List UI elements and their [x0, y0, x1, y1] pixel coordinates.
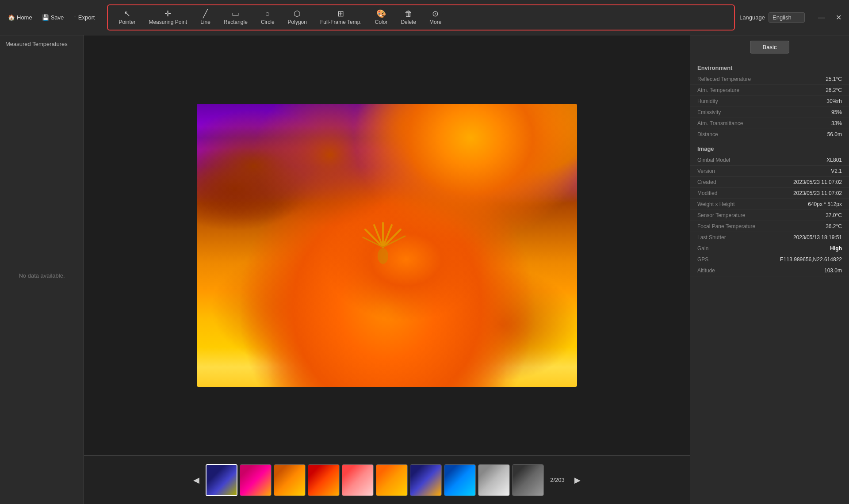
- close-button[interactable]: ✕: [832, 11, 845, 24]
- fullframe-label: Full-Frame Temp.: [320, 19, 362, 25]
- pointer-label: Pointer: [119, 19, 135, 25]
- gimbal-model-value: XL801: [826, 157, 842, 163]
- gimbal-model-row: Gimbal Model XL801: [690, 155, 849, 166]
- atm-transmittance-row: Atm. Transmittance 33%: [690, 118, 849, 129]
- thumbnails-area: ◀: [84, 455, 690, 504]
- color-icon: 🎨: [376, 10, 386, 18]
- export-icon: ↑: [73, 14, 76, 21]
- left-panel: Measured Temperatures No data available.: [0, 35, 84, 504]
- distance-label: Distance: [697, 131, 718, 137]
- modified-value: 2023/05/23 11:07:02: [793, 190, 842, 196]
- language-label: Language: [739, 14, 765, 21]
- thumbnail-10[interactable]: [512, 464, 544, 496]
- weight-height-row: Weight x Height 640px * 512px: [690, 199, 849, 210]
- modified-label: Modified: [697, 190, 717, 196]
- export-button[interactable]: ↑ Export: [70, 12, 98, 23]
- measuring-point-tool[interactable]: ✛ Measuring Point: [142, 7, 193, 28]
- save-button[interactable]: 💾 Save: [38, 12, 68, 23]
- thumbnail-2[interactable]: [240, 464, 272, 496]
- gps-label: GPS: [697, 256, 708, 263]
- polygon-icon: ⬡: [294, 10, 301, 18]
- altitude-row: Altitude 103.0m: [690, 265, 849, 276]
- gain-label: Gain: [697, 245, 708, 252]
- atm-temp-row: Atm. Temperature 26.2°C: [690, 85, 849, 96]
- color-tool[interactable]: 🎨 Color: [369, 7, 394, 28]
- altitude-value: 103.0m: [824, 267, 842, 274]
- thumbnail-9[interactable]: [478, 464, 510, 496]
- thumbnail-6[interactable]: [376, 464, 408, 496]
- svg-point-0: [378, 248, 388, 264]
- weight-height-value: 640px * 512px: [808, 201, 842, 207]
- version-row: Version V2.1: [690, 166, 849, 177]
- thumbnail-3[interactable]: [274, 464, 306, 496]
- gps-value: E113.989656,N22.614822: [780, 256, 842, 263]
- page-indicator: 2/203: [550, 477, 565, 483]
- circle-tool[interactable]: ○ Circle: [255, 7, 281, 28]
- gps-row: GPS E113.989656,N22.614822: [690, 254, 849, 265]
- thumbnail-7[interactable]: [410, 464, 442, 496]
- save-label: Save: [51, 14, 64, 21]
- emissivity-value: 95%: [831, 109, 842, 115]
- humidity-label: Humidity: [697, 98, 718, 104]
- environment-section-title: Environment: [690, 59, 849, 74]
- thumbnail-strip: [206, 464, 544, 496]
- thumbnail-4[interactable]: [308, 464, 340, 496]
- sensor-temp-row: Sensor Temperature 37.0°C: [690, 210, 849, 221]
- window-controls: — ✕: [815, 11, 845, 24]
- reflected-temp-value: 25.1°C: [826, 76, 842, 82]
- thermal-image: data-name="thermal-canvas" data-interact…: [197, 104, 577, 387]
- image-section-title: Image: [690, 140, 849, 155]
- more-icon: ⊙: [432, 10, 439, 18]
- atm-temp-value: 26.2°C: [826, 87, 842, 93]
- delete-icon: 🗑: [405, 10, 413, 18]
- export-label: Export: [78, 14, 95, 21]
- language-area: Language English Chinese — ✕: [739, 11, 845, 24]
- pointer-tool[interactable]: ↖ Pointer: [112, 7, 142, 28]
- weight-height-label: Weight x Height: [697, 201, 735, 207]
- thumb-prev-button[interactable]: ◀: [190, 473, 203, 487]
- rectangle-tool[interactable]: ▭ Rectangle: [218, 7, 254, 28]
- home-label: Home: [17, 14, 32, 21]
- thumbnail-1[interactable]: [206, 464, 237, 496]
- color-label: Color: [375, 19, 388, 25]
- last-shutter-value: 2023/05/13 18:19:51: [793, 234, 842, 241]
- line-tool[interactable]: ╱ Line: [194, 7, 217, 28]
- measured-temperatures-title: Measured Temperatures: [5, 41, 78, 47]
- save-icon: 💾: [42, 14, 49, 21]
- right-panel-header: Basic: [690, 35, 849, 59]
- thermal-image-container: data-name="thermal-canvas" data-interact…: [84, 35, 690, 455]
- humidity-row: Humidity 30%rh: [690, 96, 849, 107]
- no-data-message: No data available.: [5, 53, 78, 499]
- minimize-button[interactable]: —: [815, 11, 828, 24]
- sensor-temp-label: Sensor Temperature: [697, 212, 746, 218]
- focal-pane-row: Focal Pane Temperature 36.2°C: [690, 221, 849, 232]
- polygon-tool[interactable]: ⬡ Polygon: [282, 7, 313, 28]
- home-button[interactable]: 🏠 Home: [4, 12, 36, 23]
- emissivity-row: Emissivity 95%: [690, 107, 849, 118]
- gain-value: High: [830, 245, 842, 252]
- delete-tool[interactable]: 🗑 Delete: [394, 7, 422, 28]
- gain-row: Gain High: [690, 243, 849, 254]
- rectangle-label: Rectangle: [224, 19, 248, 25]
- atm-transmittance-label: Atm. Transmittance: [697, 120, 743, 126]
- circle-icon: ○: [265, 10, 270, 18]
- main-content: Measured Temperatures No data available.: [0, 35, 849, 504]
- language-select[interactable]: English Chinese: [769, 12, 805, 23]
- right-panel: Basic Environment Reflected Temperature …: [690, 35, 849, 504]
- basic-tab-button[interactable]: Basic: [750, 41, 790, 53]
- version-label: Version: [697, 168, 715, 174]
- fullframe-tool[interactable]: ⊞ Full-Frame Temp.: [314, 7, 368, 28]
- distance-value: 56.0m: [827, 131, 842, 137]
- focal-pane-label: Focal Pane Temperature: [697, 223, 755, 229]
- altitude-label: Altitude: [697, 267, 715, 274]
- atm-temp-label: Atm. Temperature: [697, 87, 739, 93]
- thumbnail-8[interactable]: [444, 464, 476, 496]
- distance-row: Distance 56.0m: [690, 129, 849, 140]
- thumb-next-button[interactable]: ▶: [571, 473, 584, 487]
- pointer-icon: ↖: [124, 10, 130, 18]
- line-icon: ╱: [203, 10, 208, 18]
- center-area: data-name="thermal-canvas" data-interact…: [84, 35, 690, 504]
- created-value: 2023/05/23 11:07:02: [793, 179, 842, 185]
- more-tool[interactable]: ⊙ More: [423, 7, 447, 28]
- thumbnail-5[interactable]: [342, 464, 374, 496]
